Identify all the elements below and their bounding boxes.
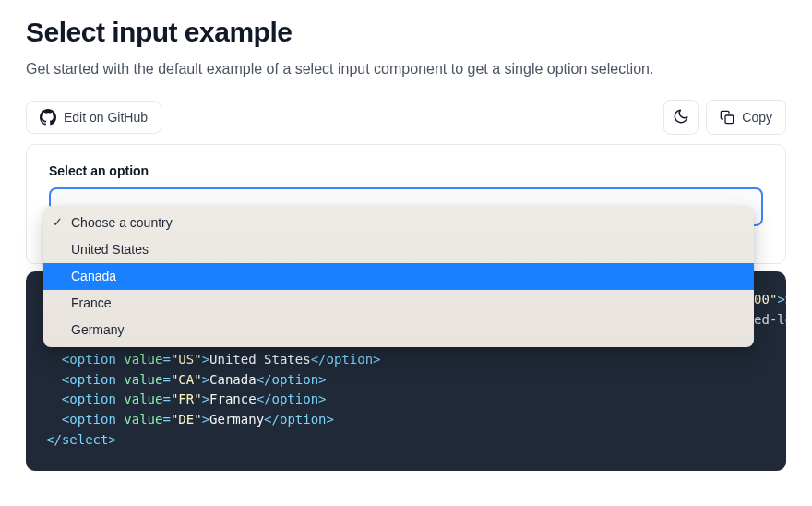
svg-rect-0: [725, 115, 734, 124]
edit-on-github-label: Edit on GitHub: [64, 110, 148, 125]
copy-label: Copy: [742, 110, 772, 125]
dropdown-item[interactable]: Canada: [43, 263, 754, 290]
dropdown-item-label: United States: [71, 242, 149, 257]
edit-on-github-button[interactable]: Edit on GitHub: [26, 101, 161, 134]
check-icon: ✓: [53, 213, 63, 232]
copy-icon: [720, 110, 734, 125]
dropdown-item-label: Germany: [71, 322, 125, 337]
dropdown-item[interactable]: Germany: [43, 317, 754, 343]
dropdown-item-label: France: [71, 295, 112, 310]
dropdown-list: ✓Choose a countryUnited StatesCanadaFran…: [43, 206, 754, 347]
dropdown-item[interactable]: France: [43, 290, 754, 317]
preview-card: Select an option ✓Choose a countryUnited…: [26, 144, 786, 264]
dropdown-item[interactable]: United States: [43, 236, 754, 263]
page-subtitle: Get started with the default example of …: [26, 61, 786, 78]
toolbar: Edit on GitHub Copy: [26, 100, 786, 135]
dropdown-item[interactable]: ✓Choose a country: [43, 210, 754, 236]
copy-button[interactable]: Copy: [706, 100, 786, 135]
github-icon: [40, 109, 56, 126]
dropdown-item-label: Choose a country: [71, 215, 173, 230]
dark-mode-toggle[interactable]: [663, 100, 699, 135]
select-box: ✓Choose a countryUnited StatesCanadaFran…: [49, 187, 763, 226]
select-label: Select an option: [49, 163, 763, 178]
page-title: Select input example: [26, 17, 786, 48]
moon-icon: [673, 108, 689, 127]
dropdown-item-label: Canada: [71, 269, 116, 283]
